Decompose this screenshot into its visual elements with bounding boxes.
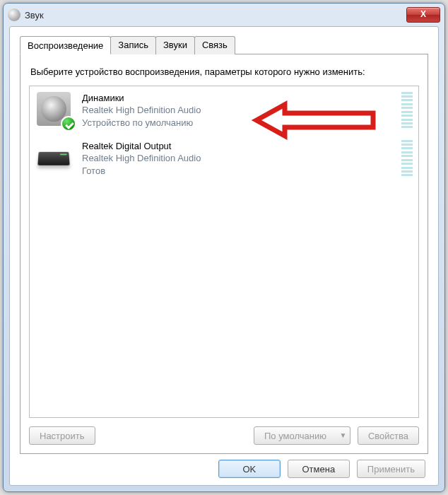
tab-sounds[interactable]: Звуки [155, 36, 195, 54]
level-meter-icon [401, 139, 413, 178]
close-button[interactable]: X [406, 7, 440, 23]
tab-communications[interactable]: Связь [194, 36, 235, 54]
speaker-icon [35, 91, 75, 130]
device-driver: Realtek High Definition Audio [82, 152, 394, 165]
device-text: Динамики Realtek High Definition Audio У… [82, 91, 394, 129]
device-text: Realtek Digital Output Realtek High Defi… [82, 139, 394, 177]
tab-recording[interactable]: Запись [110, 36, 156, 54]
device-driver: Realtek High Definition Audio [82, 104, 394, 117]
apply-button[interactable]: Применить [357, 460, 425, 478]
properties-button[interactable]: Свойства [358, 426, 419, 445]
device-title: Realtek Digital Output [82, 140, 394, 153]
digital-output-icon [35, 139, 75, 178]
tab-panel-playback: Выберите устройство воспроизведения, пар… [20, 54, 428, 454]
default-device-badge-icon [61, 116, 76, 132]
device-row-digital-output[interactable]: Realtek Digital Output Realtek High Defi… [30, 134, 418, 182]
ok-button[interactable]: OK [218, 460, 281, 478]
window-title: Звук [25, 10, 406, 21]
client-area: Воспроизведение Запись Звуки Связь Выбер… [9, 26, 439, 486]
sound-dialog: Звук X Воспроизведение Запись Звуки Связ… [3, 3, 445, 492]
device-title: Динамики [82, 92, 394, 105]
tab-playback[interactable]: Воспроизведение [20, 36, 111, 54]
dialog-button-bar: OK Отмена Применить [20, 454, 428, 478]
panel-button-bar: Настроить По умолчанию ▼ Свойства [29, 426, 419, 445]
configure-button[interactable]: Настроить [29, 426, 95, 445]
device-row-speakers[interactable]: Динамики Realtek High Definition Audio У… [30, 86, 418, 134]
chevron-down-icon: ▼ [339, 431, 346, 439]
sound-icon [8, 8, 20, 21]
device-list[interactable]: Динамики Realtek High Definition Audio У… [29, 86, 419, 418]
instruction-text: Выберите устройство воспроизведения, пар… [30, 66, 418, 78]
level-meter-icon [401, 91, 413, 130]
titlebar: Звук X [4, 4, 444, 26]
device-status: Готов [82, 165, 394, 177]
set-default-button[interactable]: По умолчанию [254, 426, 337, 445]
cancel-button[interactable]: Отмена [288, 460, 350, 478]
device-status: Устройство по умолчанию [82, 117, 394, 129]
set-default-dropdown-button[interactable]: ▼ [336, 426, 350, 445]
tab-strip: Воспроизведение Запись Звуки Связь [20, 36, 428, 54]
